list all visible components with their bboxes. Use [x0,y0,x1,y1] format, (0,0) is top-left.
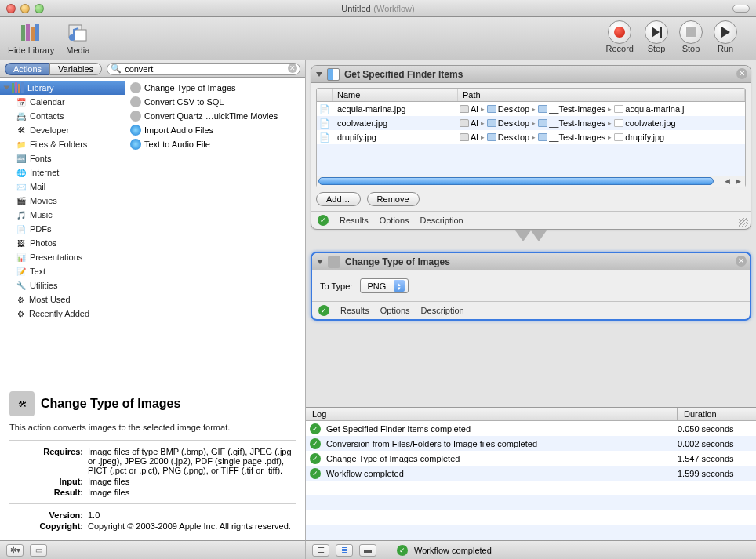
log-row[interactable]: ✓Change Type of Images completed1.547 se… [306,451,756,466]
home-icon [460,119,469,127]
action-header[interactable]: Get Specified Finder Items ✕ [311,66,751,83]
category-list[interactable]: Library 📅Calendar📇Contacts🛠Developer📁Fil… [0,78,125,383]
home-icon [460,133,469,141]
run-button[interactable]: Run [714,20,737,53]
category-item[interactable]: 🔧Utilities [0,278,125,292]
category-label: Photos [30,238,56,248]
remove-button[interactable]: Remove [367,192,420,206]
view-mode-workflow-button[interactable]: ☰ [312,544,329,557]
category-item[interactable]: 📊Presentations [0,250,125,264]
category-item[interactable]: 📄PDFs [0,222,125,236]
workflow-scroll[interactable]: Get Specified Finder Items ✕ Name Path 📄… [306,60,756,407]
view-mode-list-button[interactable]: ≣ [336,544,353,557]
chevron-right-icon: ▸ [607,119,612,127]
category-item[interactable]: 🛠Developer [0,123,125,137]
column-path[interactable]: Path [458,89,745,101]
table-row[interactable]: 📄coolwater.jpgAl▸Desktop▸__Test-Images▸c… [317,116,745,130]
workflow-action-change-type[interactable]: Change Type of Images ✕ To Type: PNG ✓ R… [311,252,751,321]
log-header: Log Duration [306,408,756,421]
to-type-popup[interactable]: PNG [360,278,409,293]
category-item[interactable]: 📅Calendar [0,95,125,109]
chevron-right-icon: ▸ [531,119,536,127]
options-link[interactable]: Options [380,306,410,315]
action-name: Text to Audio File [144,140,210,149]
table-row[interactable]: 📄acquia-marina.jpgAl▸Desktop▸__Test-Imag… [317,102,745,116]
log-row[interactable]: ✓Workflow completed1.599 seconds [306,466,756,481]
media-button[interactable]: Media [65,20,90,55]
category-most-used[interactable]: ⚙︎ Most Used [0,292,125,307]
status-message: Workflow completed [414,546,492,555]
category-recent[interactable]: ⚙︎ Recently Added [0,307,125,321]
results-link[interactable]: Results [340,306,369,315]
stop-button[interactable]: Stop [679,20,703,53]
category-item[interactable]: ✉️Mail [0,180,125,194]
category-item[interactable]: 🌐Internet [0,165,125,180]
resize-grip-icon[interactable] [739,218,748,227]
hide-library-button[interactable]: Hide Library [8,20,54,55]
action-header[interactable]: Change Type of Images ✕ [312,253,750,270]
input-label: Input: [9,477,88,486]
category-item[interactable]: 📁Files & Folders [0,137,125,151]
category-item[interactable]: 🖼Photos [0,236,125,250]
file-path: Al▸Desktop▸__Test-Images▸coolwater.jpg [458,118,745,128]
duration-column-label[interactable]: Duration [678,408,756,420]
log-message: Change Type of Images completed [325,454,678,463]
action-icon [130,111,141,122]
view-mode-log-button[interactable]: ▬ [359,544,376,557]
log-column-label[interactable]: Log [306,408,678,420]
svg-rect-2 [31,27,35,41]
table-row[interactable]: 📄drupify.jpgAl▸Desktop▸__Test-Images▸dru… [317,130,745,144]
category-item[interactable]: 📇Contacts [0,109,125,123]
scroll-right-icon[interactable]: ▶ [732,177,743,187]
log-row[interactable]: ✓Get Specified Finder Items completed0.0… [306,421,756,436]
options-link[interactable]: Options [380,216,409,225]
action-list[interactable]: Change Type of ImagesConvert CSV to SQLC… [125,78,305,383]
close-icon[interactable]: ✕ [736,68,747,79]
view-toggle-button[interactable]: ▭ [30,544,47,557]
table-empty-row [317,144,745,176]
file-path: Al▸Desktop▸__Test-Images▸drupify.jpg [458,132,745,142]
add-button[interactable]: Add… [316,192,361,206]
disclosure-triangle-icon[interactable] [316,72,322,77]
category-library[interactable]: Library [0,81,125,95]
column-name[interactable]: Name [333,89,458,101]
close-icon[interactable]: ✕ [736,256,747,267]
chevron-right-icon: ▸ [531,105,536,113]
home-icon [460,105,469,113]
action-list-item[interactable]: Change Type of Images [125,81,305,95]
scroll-left-icon[interactable]: ◀ [721,177,732,187]
description-link[interactable]: Description [420,216,463,225]
variables-tab[interactable]: Variables [49,63,102,75]
chevron-right-icon: ▸ [531,133,536,141]
requires-label: Requires: [9,447,88,475]
action-menu-button[interactable]: ✻▾ [6,544,24,557]
record-button[interactable]: Record [606,20,634,53]
action-list-item[interactable]: Text to Audio File [125,137,305,151]
category-item[interactable]: 🔤Fonts [0,151,125,165]
log-row[interactable]: ✓Conversion from Files/Folders to Image … [306,436,756,451]
log-body[interactable]: ✓Get Specified Finder Items completed0.0… [306,421,756,540]
disclosure-triangle-icon[interactable] [4,86,10,90]
library-mode-segment: Actions Variables [5,63,102,75]
description-link[interactable]: Description [421,306,464,315]
clear-search-icon[interactable]: ✕ [288,64,297,73]
scrollbar-thumb[interactable] [318,177,714,185]
workflow-action-get-finder-items[interactable]: Get Specified Finder Items ✕ Name Path 📄… [311,65,751,230]
log-empty-row [306,510,756,525]
svg-rect-3 [35,24,39,41]
category-item[interactable]: 📝Text [0,264,125,278]
category-icon: 🎵 [16,209,27,220]
actions-tab[interactable]: Actions [5,63,49,75]
category-item[interactable]: 🎬Movies [0,194,125,208]
action-list-item[interactable]: Import Audio Files [125,123,305,137]
popup-arrows-icon [394,280,405,292]
step-button[interactable]: Step [645,20,668,53]
action-list-item[interactable]: Convert Quartz …uickTime Movies [125,109,305,123]
crumb-label: __Test-Images [549,132,605,142]
horizontal-scrollbar[interactable]: ◀ ▶ [317,176,745,187]
disclosure-triangle-icon[interactable] [317,260,323,264]
category-item[interactable]: 🎵Music [0,208,125,222]
search-field[interactable] [107,63,300,75]
action-list-item[interactable]: Convert CSV to SQL [125,95,305,109]
results-link[interactable]: Results [340,216,369,225]
